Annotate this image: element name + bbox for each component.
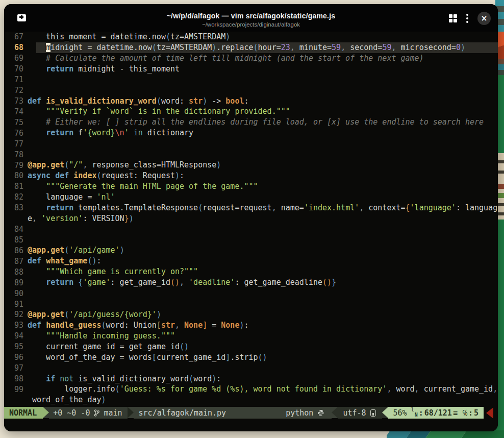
line-number: 77 (4, 139, 23, 149)
code-line[interactable]: 85 (4, 235, 498, 246)
vim-statusline: NORMAL +0 ~0 -0 main src/alfagok/main.py… (4, 407, 498, 419)
code-text (28, 299, 498, 309)
code-line[interactable]: 73def is_valid_dictionary_word(word: str… (4, 96, 498, 107)
filetype-segment: python (282, 407, 332, 419)
code-line-cursor[interactable]: 68 midnight = datetime.now(tz=AMSTERDAM)… (4, 42, 498, 53)
line-number: 85 (4, 235, 23, 245)
wallpaper-wedge (424, 430, 467, 438)
git-branch-name: main (104, 408, 122, 418)
code-line[interactable]: 77 (4, 138, 498, 149)
statusline-endpad (493, 407, 498, 419)
code-line[interactable]: 97 (4, 363, 498, 374)
code-line[interactable]: 87def what_game(): (4, 256, 498, 266)
line-number: 90 (4, 289, 23, 298)
scroll-percent: 56% (393, 408, 407, 418)
code-line[interactable]: 96 word_of_the_day = words[current_game_… (4, 352, 498, 363)
vim-editor-screen[interactable]: 67 this_moment = datetime.now(tz=AMSTERD… (4, 32, 498, 407)
code-line[interactable]: 95 current_game_id = get_game_id() (4, 342, 498, 352)
code-text (28, 224, 498, 235)
column-icon: ℅ (463, 408, 467, 418)
fileformat-icon (370, 409, 376, 417)
code-line[interactable]: 88 """Which game is currently on?""" (4, 266, 498, 277)
close-button[interactable]: × (477, 12, 491, 25)
code-text: """Verify if `word` is in the dictionary… (28, 106, 498, 117)
code-line[interactable]: 99 logger.info('Guess: %s for game %d (%… (4, 384, 498, 395)
code-line[interactable]: 78 (4, 149, 498, 160)
code-line[interactable]: 98 if not is_valid_dictionary_word(word)… (4, 374, 498, 384)
code-line[interactable]: 72 (4, 85, 498, 96)
wallpaper-bottom-strip (387, 430, 504, 438)
code-text (28, 288, 498, 299)
code-text: midnight = datetime.now(tz=AMSTERDAM).re… (28, 42, 498, 53)
code-line[interactable]: 90 (4, 288, 498, 299)
code-line[interactable]: 80async def index(request: Request): (4, 171, 498, 181)
code-text: # Calculate the amount of time left till… (28, 53, 498, 64)
code-text: @app.get("/", response_class=HTMLRespons… (28, 160, 498, 171)
powerline-separator (128, 407, 134, 418)
line-number: 88 (4, 267, 23, 277)
code-line[interactable]: 93def handle_guess(word: Union[str, None… (4, 320, 498, 331)
filetype-label: python (286, 408, 313, 418)
code-text (28, 149, 498, 160)
window-title: ~/w/p/d/alfagok — vim src/alfagok/static… (4, 12, 498, 20)
code-line[interactable]: 76 return f'{word}\n' in dictionary (4, 128, 498, 138)
code-text: async def index(request: Request): (28, 171, 498, 181)
line-number: 76 (4, 129, 23, 138)
line-number: 69 (4, 54, 23, 63)
vim-command-line[interactable] (4, 419, 498, 431)
line-number: 80 (4, 171, 23, 180)
code-line[interactable]: 67 this_moment = datetime.now(tz=AMSTERD… (4, 32, 498, 42)
wallpaper-wedge (460, 430, 504, 438)
red-marker-icon (486, 407, 493, 419)
code-line[interactable]: 70 return midnight - this_moment (4, 64, 498, 75)
code-text: if not is_valid_dictionary_word(word): (28, 374, 498, 384)
powerline-separator (43, 407, 49, 418)
line-number: 82 (4, 192, 23, 202)
code-line[interactable]: 86@app.get('/api/game') (4, 245, 498, 256)
code-text (28, 138, 498, 149)
code-line[interactable]: 91 (4, 299, 498, 309)
code-line[interactable]: 92@app.get('/api/guess/{word}') (4, 309, 498, 320)
encoding-label: utf-8 (343, 408, 366, 418)
window-subtitle: ~/workspace/projects/diginaut/alfagok (4, 21, 498, 28)
code-text: """Handle incoming guess.""" (28, 331, 498, 342)
line-number: 73 (4, 96, 23, 106)
line-sep: : (419, 408, 423, 418)
line-number: 79 (4, 161, 23, 170)
code-text (28, 235, 498, 246)
code-line[interactable]: 82 language = 'nl' (4, 192, 498, 203)
code-line[interactable]: 75 # Either we: [ ] strip all the endlin… (4, 117, 498, 128)
code-line[interactable]: e, 'version': VERSION}) (4, 213, 498, 224)
code-text: @app.get('/api/guess/{word}') (28, 309, 498, 320)
line-number: 67 (4, 32, 23, 41)
code-line[interactable]: 89 return {'game': get_game_id(), 'deadl… (4, 277, 498, 288)
code-line[interactable]: word_of_the_day) (4, 395, 498, 405)
code-line[interactable]: 71 (4, 75, 498, 85)
title-bar[interactable]: ~/w/p/d/alfagok — vim src/alfagok/static… (4, 4, 498, 32)
git-hunks: +0 ~0 -0 (53, 408, 90, 418)
layout-grid-button[interactable] (449, 14, 457, 22)
code-line[interactable]: 94 """Handle incoming guess.""" (4, 331, 498, 342)
code-text (28, 75, 498, 85)
code-line[interactable]: 79@app.get("/", response_class=HTMLRespo… (4, 160, 498, 171)
code-text: """Generate the main HTML page of the ga… (28, 181, 498, 192)
terminal-window: ~/w/p/d/alfagok — vim src/alfagok/static… (4, 4, 498, 431)
encoding-segment: utf-8 (338, 407, 382, 419)
line-number-icon: lN (411, 409, 418, 417)
code-line[interactable]: 81 """Generate the main HTML page of the… (4, 181, 498, 192)
code-line[interactable]: 74 """Verify if `word` is in the diction… (4, 106, 498, 117)
mode-indicator: NORMAL (4, 407, 43, 419)
line-number: 86 (4, 246, 23, 255)
line-number: 92 (4, 310, 23, 319)
line-number: 94 (4, 331, 23, 340)
code-text: @app.get('/api/game') (28, 245, 498, 256)
line-number: 78 (4, 150, 23, 159)
code-text (28, 85, 498, 96)
code-line[interactable]: 69 # Calculate the amount of time left t… (4, 53, 498, 64)
code-line[interactable]: 84 (4, 224, 498, 235)
menu-kebab-button[interactable] (466, 14, 468, 23)
line-number: 84 (4, 225, 23, 234)
line-number: 72 (4, 86, 23, 95)
git-status-segment: +0 ~0 -0 main (49, 407, 127, 419)
code-line[interactable]: 83 return templates.TemplateResponse(req… (4, 203, 498, 213)
